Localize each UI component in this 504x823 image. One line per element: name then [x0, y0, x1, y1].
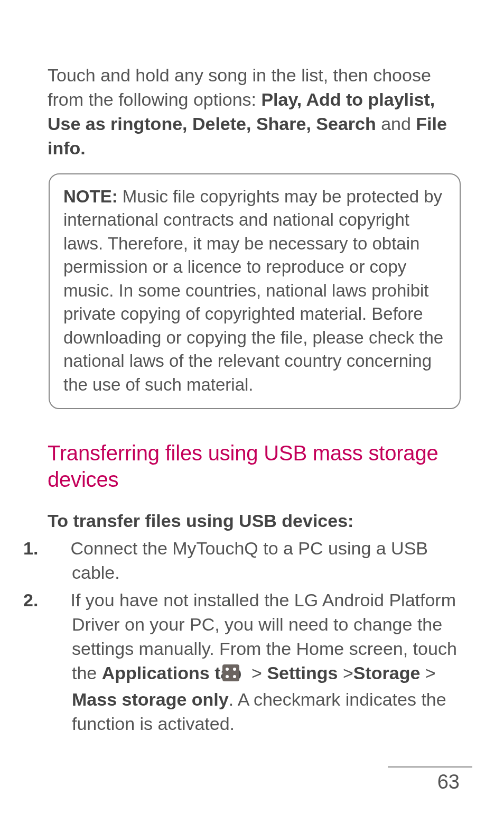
storage-label: Storage	[353, 663, 421, 683]
svg-point-1	[226, 668, 229, 671]
svg-point-2	[233, 668, 236, 671]
step2-m3: >	[338, 663, 353, 683]
svg-rect-0	[222, 664, 239, 681]
note-label: NOTE:	[63, 187, 118, 206]
settings-label: Settings	[267, 663, 338, 683]
step2-m4: >	[420, 663, 435, 683]
step-1: 1. Connect the MyTouchQ to a PC using a …	[48, 537, 462, 585]
page-content: Touch and hold any song in the list, the…	[0, 0, 504, 736]
note-text: NOTE: Music file copyrights may be prote…	[63, 185, 446, 397]
section-heading: Transferring files using USB mass storag…	[48, 440, 462, 493]
step2-m1	[241, 663, 246, 683]
intro-paragraph: Touch and hold any song in the list, the…	[48, 63, 462, 161]
step-number-2: 2.	[48, 588, 66, 613]
sub-heading: To transfer files using USB devices:	[48, 511, 462, 531]
step-body-1: Connect the MyTouchQ to a PC using a USB…	[66, 538, 428, 582]
step2-m2: >	[247, 663, 267, 683]
step-number-1: 1.	[48, 537, 66, 561]
note-body: Music file copyrights may be protected b…	[63, 187, 443, 394]
page-footer: 63	[388, 766, 504, 793]
step-2: 2. If you have not installed the LG Andr…	[48, 588, 462, 736]
applications-tab-label: Applications tab	[102, 663, 241, 683]
footer-divider	[388, 766, 472, 767]
mass-storage-label: Mass storage only	[72, 689, 229, 709]
step-body-2: If you have not installed the LG Android…	[66, 590, 457, 733]
intro-mid: and	[376, 114, 416, 134]
note-box: NOTE: Music file copyrights may be prote…	[49, 173, 461, 410]
page-number: 63	[388, 771, 504, 793]
svg-point-4	[233, 675, 236, 678]
svg-point-3	[226, 675, 229, 678]
